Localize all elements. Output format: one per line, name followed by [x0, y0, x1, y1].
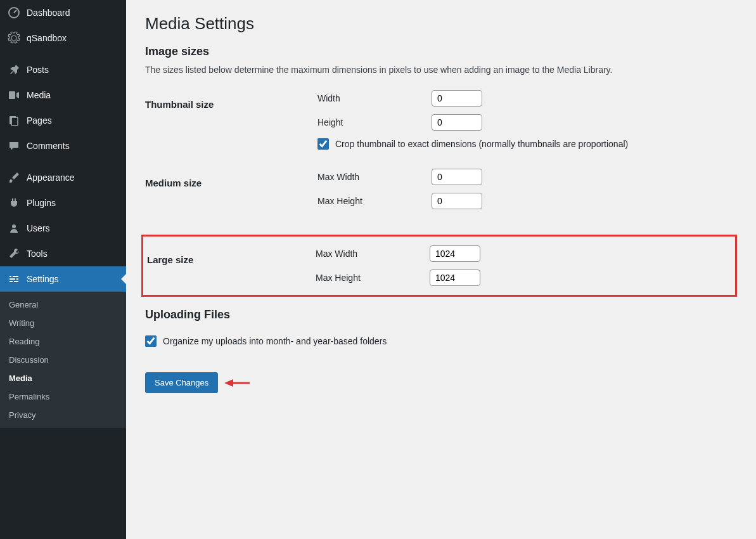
thumbnail-crop-checkbox[interactable] — [317, 138, 329, 150]
section-image-sizes: Image sizes — [145, 45, 737, 58]
svg-marker-6 — [224, 379, 233, 387]
thumbnail-crop-label: Crop thumbnail to exact dimensions (norm… — [335, 139, 628, 149]
sidebar-item-label: Pages — [27, 115, 52, 126]
sidebar-item-tools[interactable]: Tools — [0, 241, 126, 266]
sidebar-item-pages[interactable]: Pages — [0, 108, 126, 133]
sidebar-item-dashboard[interactable]: Dashboard — [0, 0, 126, 25]
brush-icon — [8, 171, 20, 184]
sidebar-item-settings[interactable]: Settings — [0, 266, 126, 292]
medium-label: Medium size — [145, 169, 317, 188]
sliders-icon — [8, 273, 20, 285]
sidebar-item-label: Posts — [27, 65, 49, 75]
pages-icon — [8, 114, 20, 127]
arrow-annotation-icon — [224, 377, 250, 389]
svg-rect-1 — [9, 91, 15, 99]
large-highlight-box: Large size Max Width Max Height — [141, 235, 737, 297]
thumbnail-width-input[interactable] — [432, 90, 482, 107]
large-maxheight-input[interactable] — [430, 270, 480, 286]
sidebar-item-label: Tools — [27, 249, 48, 259]
admin-sidebar: Dashboard qSandbox Posts Media Pages Com… — [0, 0, 126, 539]
large-label: Large size — [143, 245, 316, 265]
sidebar-item-users[interactable]: Users — [0, 216, 126, 241]
submenu-item-media[interactable]: Media — [0, 369, 126, 387]
large-maxheight-label: Max Height — [316, 273, 430, 283]
medium-maxheight-label: Max Height — [317, 196, 432, 206]
settings-submenu: General Writing Reading Discussion Media… — [0, 292, 126, 428]
organize-uploads-label: Organize my uploads into month- and year… — [163, 336, 387, 346]
sidebar-item-label: Comments — [27, 141, 70, 151]
sidebar-item-posts[interactable]: Posts — [0, 57, 126, 82]
thumbnail-crop-row[interactable]: Crop thumbnail to exact dimensions (norm… — [317, 138, 628, 150]
sidebar-item-comments[interactable]: Comments — [0, 133, 126, 159]
sidebar-item-label: Settings — [27, 274, 59, 284]
thumbnail-label: Thumbnail size — [145, 90, 317, 110]
sidebar-item-label: Appearance — [27, 172, 75, 183]
submenu-item-discussion[interactable]: Discussion — [0, 351, 126, 369]
large-row: Large size Max Width Max Height — [143, 245, 735, 286]
section-uploading-files: Uploading Files — [145, 308, 737, 321]
plug-icon — [8, 197, 20, 209]
sidebar-item-media[interactable]: Media — [0, 82, 126, 108]
submenu-item-privacy[interactable]: Privacy — [0, 406, 126, 424]
sidebar-item-label: Media — [27, 90, 51, 100]
sidebar-item-label: qSandbox — [27, 33, 67, 43]
large-maxwidth-input[interactable] — [430, 245, 480, 262]
thumbnail-row: Thumbnail size Width Height Crop thumbna… — [145, 90, 737, 167]
pin-icon — [8, 63, 20, 76]
thumbnail-height-input[interactable] — [432, 114, 482, 131]
sidebar-item-qsandbox[interactable]: qSandbox — [0, 25, 126, 51]
user-icon — [8, 222, 20, 235]
medium-maxwidth-input[interactable] — [432, 169, 482, 185]
save-changes-button[interactable]: Save Changes — [145, 372, 218, 393]
medium-maxwidth-label: Max Width — [317, 172, 432, 182]
submenu-item-writing[interactable]: Writing — [0, 314, 126, 332]
comment-icon — [8, 140, 20, 152]
medium-row: Medium size Max Width Max Height — [145, 169, 737, 217]
dashboard-icon — [8, 6, 20, 19]
gear-icon — [8, 32, 20, 44]
wrench-icon — [8, 247, 20, 260]
sidebar-item-plugins[interactable]: Plugins — [0, 190, 126, 216]
submenu-item-general[interactable]: General — [0, 295, 126, 314]
page-title: Media Settings — [145, 14, 737, 34]
svg-rect-3 — [11, 117, 18, 126]
sidebar-item-appearance[interactable]: Appearance — [0, 165, 126, 190]
sidebar-item-label: Plugins — [27, 198, 56, 208]
media-icon — [8, 89, 20, 101]
main-content: Media Settings Image sizes The sizes lis… — [126, 0, 756, 539]
organize-uploads-checkbox[interactable] — [145, 335, 157, 347]
svg-point-4 — [12, 224, 16, 228]
organize-uploads-row[interactable]: Organize my uploads into month- and year… — [145, 335, 737, 347]
medium-maxheight-input[interactable] — [432, 193, 482, 209]
large-maxwidth-label: Max Width — [316, 249, 430, 259]
submenu-item-permalinks[interactable]: Permalinks — [0, 387, 126, 406]
sidebar-item-label: Dashboard — [27, 8, 70, 18]
sidebar-item-label: Users — [27, 223, 50, 233]
image-sizes-description: The sizes listed below determine the max… — [145, 65, 737, 75]
submenu-item-reading[interactable]: Reading — [0, 332, 126, 351]
thumbnail-width-label: Width — [317, 93, 432, 103]
thumbnail-height-label: Height — [317, 117, 432, 127]
